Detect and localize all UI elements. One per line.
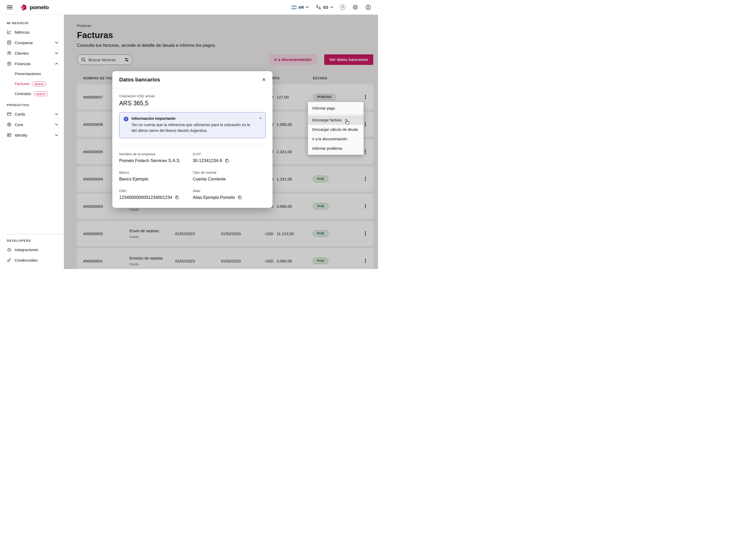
section-mi-negocio: MI NEGOCIO — [0, 22, 64, 25]
language-code: ES — [323, 5, 328, 10]
sidebar-item-finanzas[interactable]: Finanzas — [0, 58, 64, 69]
sidebar-item-contratos[interactable]: Contratos NUEVO — [0, 89, 64, 99]
sidebar: MI NEGOCIO Métricas Compania Clientes Fi… — [0, 15, 64, 269]
copy-icon[interactable] — [225, 158, 229, 163]
modal-title: Datos bancarios — [119, 77, 160, 83]
country-selector[interactable]: AR — [291, 5, 309, 10]
core-icon — [7, 122, 12, 127]
finance-icon — [7, 61, 12, 66]
identity-icon — [7, 133, 12, 137]
chevron-down-icon — [55, 134, 58, 136]
usd-quote-label: Cotización USD actual — [119, 94, 266, 98]
cards-icon — [7, 112, 12, 116]
field-cbu: CBU 1234000000001234001234 — [119, 189, 193, 200]
menu-item-informar-pago[interactable]: Informar pago — [308, 103, 363, 113]
sidebar-item-compania[interactable]: Compania — [0, 37, 64, 48]
sidebar-item-clientes[interactable]: Clientes — [0, 48, 64, 58]
profile-icon[interactable] — [365, 4, 371, 10]
sidebar-item-identity[interactable]: Identity — [0, 130, 64, 140]
sidebar-item-cards[interactable]: Cards — [0, 109, 64, 119]
logo-wordmark: pomelo — [30, 4, 49, 11]
field-cuit: CUIT 30-12341234-9 — [193, 152, 266, 163]
bank-data-modal: Datos bancarios × Cotización USD actual … — [112, 71, 272, 208]
chevron-down-icon — [330, 6, 333, 8]
credentials-icon — [7, 258, 12, 262]
field-company-name: Nombre de la empresa Pomelo Fintech Serv… — [119, 152, 193, 163]
nuevo-badge: NUEVO — [34, 91, 48, 96]
gear-icon[interactable] — [352, 4, 358, 10]
pomelo-logo-icon — [20, 3, 28, 12]
country-code: AR — [299, 5, 304, 10]
menu-divider — [308, 114, 363, 114]
chevron-down-icon — [55, 42, 58, 44]
sidebar-item-presentaciones[interactable]: Presentaciones — [0, 69, 64, 79]
chevron-up-icon — [55, 63, 58, 65]
argentina-flag-icon — [291, 6, 297, 9]
menu-item-descargar-calculo[interactable]: Descargar cálculo de deuda — [308, 125, 363, 134]
section-developers: DEVELOPERS — [0, 239, 64, 242]
hamburger-menu-icon[interactable] — [7, 4, 13, 10]
company-icon — [7, 40, 12, 45]
section-productos: PRODUCTOS — [0, 103, 64, 107]
row-context-menu: Informar pago Descargar factura Descarga… — [308, 102, 363, 155]
usd-quote-value: ARS 365,5 — [119, 100, 266, 107]
menu-item-descargar-factura[interactable]: Descargar factura — [308, 115, 363, 125]
nuevo-badge: NUEVO — [32, 81, 46, 86]
alert-title: Información importante — [131, 116, 255, 121]
alert-close-icon[interactable]: × — [260, 116, 262, 134]
clients-icon — [7, 51, 12, 55]
top-bar: pomelo AR ES ? — [0, 0, 378, 15]
sidebar-item-integraciones[interactable]: Integraciones — [0, 244, 64, 255]
cursor-hand-icon — [344, 119, 351, 125]
copy-icon[interactable] — [238, 195, 242, 200]
chevron-down-icon — [55, 124, 58, 126]
alert-text: Ten en cuenta que la referencia que util… — [131, 122, 255, 134]
sidebar-item-metricas[interactable]: Métricas — [0, 27, 64, 37]
important-info-alert: i Información importante Ten en cuenta q… — [119, 112, 266, 138]
chevron-down-icon — [55, 52, 58, 54]
pomelo-logo[interactable]: pomelo — [20, 3, 49, 12]
field-tipo-cuenta: TIpo de cuenta Cuenta Corriente — [193, 171, 266, 182]
integrations-icon — [7, 247, 12, 252]
copy-icon[interactable] — [175, 195, 179, 200]
language-selector[interactable]: ES — [315, 4, 333, 10]
field-alias: Alias Alias.Ejemplo.Pomelo — [193, 189, 266, 200]
sidebar-item-credenciales[interactable]: Credenciales — [0, 255, 64, 265]
help-icon[interactable]: ? — [340, 4, 346, 10]
translate-icon — [315, 4, 321, 10]
menu-item-ir-documentacion[interactable]: Ir a la documentación — [308, 134, 363, 144]
info-icon: i — [124, 117, 128, 121]
field-banco: Banco Banco Ejemplo — [119, 171, 193, 182]
close-icon[interactable]: × — [262, 77, 266, 83]
metrics-icon — [7, 30, 12, 34]
chevron-down-icon — [55, 113, 58, 115]
menu-item-informar-problema[interactable]: Informar problema — [308, 144, 363, 153]
chevron-down-icon — [306, 6, 309, 8]
sidebar-item-facturas[interactable]: Facturas NUEVO — [0, 79, 64, 89]
sidebar-item-core[interactable]: Core — [0, 119, 64, 130]
banco-nacion-link[interactable]: Banco Nación Argentina — [165, 129, 207, 133]
